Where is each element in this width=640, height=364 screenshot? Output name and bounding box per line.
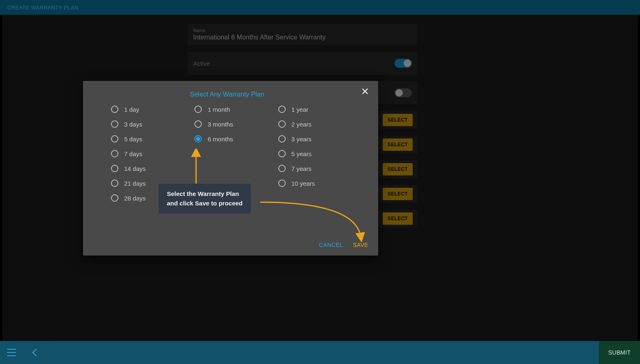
submit-button[interactable]: SUBMIT [599,341,640,364]
radio-label: 1 month [208,106,230,113]
warranty-plan-dialog: ✕ Select Any Warranty Plan 1 day3 days5 … [83,81,378,256]
radio-option[interactable]: 14 days [111,165,194,172]
hint-line2: and click Save to proceed [167,199,243,208]
radio-label: 1 year [291,106,309,113]
radio-icon [111,194,118,202]
radio-option[interactable]: 7 years [278,165,362,172]
radio-label: 14 days [124,165,146,172]
radio-option[interactable]: 5 years [278,150,362,157]
radio-label: 3 months [208,121,233,128]
radio-icon [111,106,118,113]
radio-option[interactable]: 2 years [278,120,362,128]
radio-label: 6 months [208,136,233,143]
radio-icon [111,165,118,172]
radio-option[interactable]: 1 month [194,106,278,113]
radio-icon [278,165,286,172]
radio-icon [111,135,118,143]
radio-label: 28 days [124,195,146,202]
radio-icon [111,150,118,157]
radio-icon [194,135,202,143]
radio-label: 3 days [124,121,142,128]
radio-option[interactable]: 1 year [278,106,362,113]
radio-label: 7 years [291,165,312,172]
radio-icon [111,180,118,187]
cancel-button[interactable]: CANCEL [319,242,343,248]
radio-label: 10 years [291,180,315,187]
radio-label: 5 years [291,150,312,157]
radio-option[interactable]: 5 days [111,135,194,143]
radio-icon [278,135,286,143]
radio-icon [194,120,202,128]
save-button[interactable]: SAVE [353,242,368,248]
radio-option[interactable]: 7 days [111,150,194,157]
radio-option[interactable]: 6 months [194,135,278,143]
radio-label: 1 day [124,106,139,113]
radio-label: 5 days [124,136,142,143]
radio-label: 3 years [291,136,312,143]
radio-option[interactable]: 3 months [194,120,278,128]
radio-label: 21 days [124,180,146,187]
radio-option[interactable]: 3 years [278,135,362,143]
radio-option[interactable]: 1 day [111,106,194,113]
instruction-tooltip: Select the Warranty Plan and click Save … [159,184,251,214]
radio-option[interactable]: 10 years [278,180,362,187]
radio-label: 2 years [291,121,312,128]
radio-icon [278,180,286,187]
radio-icon [278,120,286,128]
radio-option[interactable]: 3 days [111,120,194,128]
hint-line1: Select the Warranty Plan [167,189,243,199]
back-icon[interactable] [23,341,46,364]
close-icon[interactable]: ✕ [361,87,369,97]
bottom-bar: SUBMIT [0,341,640,364]
radio-icon [278,150,286,157]
radio-icon [194,106,202,113]
radio-icon [111,120,118,128]
menu-icon[interactable] [0,341,23,364]
radio-icon [278,106,286,113]
radio-label: 7 days [124,150,142,157]
dialog-title: Select Any Warranty Plan [190,91,264,98]
